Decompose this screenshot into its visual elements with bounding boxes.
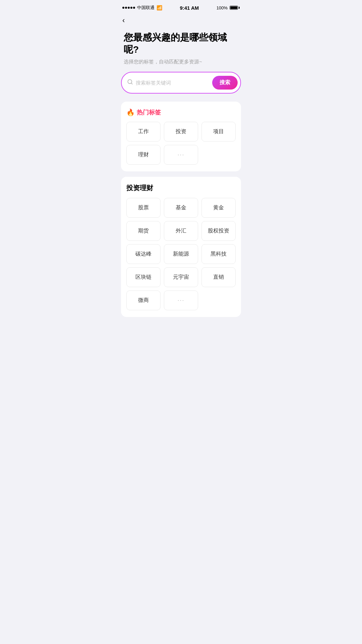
page-title: 您最感兴趣的是哪些领域呢?: [124, 32, 238, 56]
status-time: 9:41 AM: [180, 5, 199, 11]
search-container: 搜索: [116, 72, 246, 102]
invest-title: 投资理财: [126, 183, 236, 193]
page-header: 您最感兴趣的是哪些领域呢? 选择您的标签，自动匹配更多资源~: [116, 28, 246, 72]
status-right: 100%: [217, 5, 240, 10]
invest-tag-item[interactable]: 元宇宙: [164, 267, 198, 287]
hot-tag-item[interactable]: 投资: [164, 122, 198, 142]
invest-tag-item[interactable]: 股权投资: [201, 221, 236, 241]
invest-tag-item[interactable]: 股票: [126, 198, 161, 218]
page-subtitle: 选择您的标签，自动匹配更多资源~: [124, 59, 238, 65]
hot-tags-title-text: 热门标签: [137, 108, 161, 116]
invest-tag-item[interactable]: 黑科技: [201, 244, 236, 264]
status-bar: 中国联通 📶 9:41 AM 100%: [116, 0, 246, 13]
invest-tag-item[interactable]: ···: [164, 290, 198, 310]
invest-tag-item[interactable]: 外汇: [164, 221, 198, 241]
carrier-text: 中国联通: [137, 5, 155, 11]
invest-tag-item[interactable]: 微商: [126, 290, 161, 310]
invest-tag-item[interactable]: 碳达峰: [126, 244, 161, 264]
invest-tags-grid: 股票基金黄金期货外汇股权投资碳达峰新能源黑科技区块链元宇宙直销微商···: [126, 198, 236, 310]
svg-line-1: [131, 83, 132, 84]
invest-tag-item[interactable]: 直销: [201, 267, 236, 287]
hot-tags-grid: 工作投资项目理财···: [126, 122, 236, 165]
hot-tag-item[interactable]: 理财: [126, 145, 161, 165]
invest-tag-item[interactable]: 新能源: [164, 244, 198, 264]
search-bar: 搜索: [121, 72, 241, 94]
wifi-icon: 📶: [157, 5, 162, 10]
hot-tags-title: 🔥 热门标签: [126, 108, 236, 116]
fire-icon: 🔥: [126, 108, 135, 116]
hot-tag-item[interactable]: 工作: [126, 122, 161, 142]
battery-percent: 100%: [217, 5, 228, 10]
search-button[interactable]: 搜索: [212, 76, 238, 90]
hot-tag-item[interactable]: 项目: [201, 122, 236, 142]
signal-icon: [122, 7, 135, 9]
invest-title-text: 投资理财: [126, 183, 153, 193]
search-icon: [127, 79, 133, 87]
hot-tag-item[interactable]: ···: [164, 145, 198, 165]
back-button-area[interactable]: ‹: [116, 13, 246, 28]
battery-icon: [230, 6, 240, 10]
hot-tags-card: 🔥 热门标签 工作投资项目理财···: [121, 102, 241, 171]
back-arrow-icon[interactable]: ‹: [122, 16, 125, 24]
search-input[interactable]: [136, 80, 212, 86]
invest-tag-item[interactable]: 区块链: [126, 267, 161, 287]
status-left: 中国联通 📶: [122, 5, 162, 11]
invest-tag-item[interactable]: 期货: [126, 221, 161, 241]
invest-tag-item[interactable]: 黄金: [201, 198, 236, 218]
invest-card: 投资理财 股票基金黄金期货外汇股权投资碳达峰新能源黑科技区块链元宇宙直销微商··…: [121, 177, 241, 317]
invest-tag-item[interactable]: 基金: [164, 198, 198, 218]
